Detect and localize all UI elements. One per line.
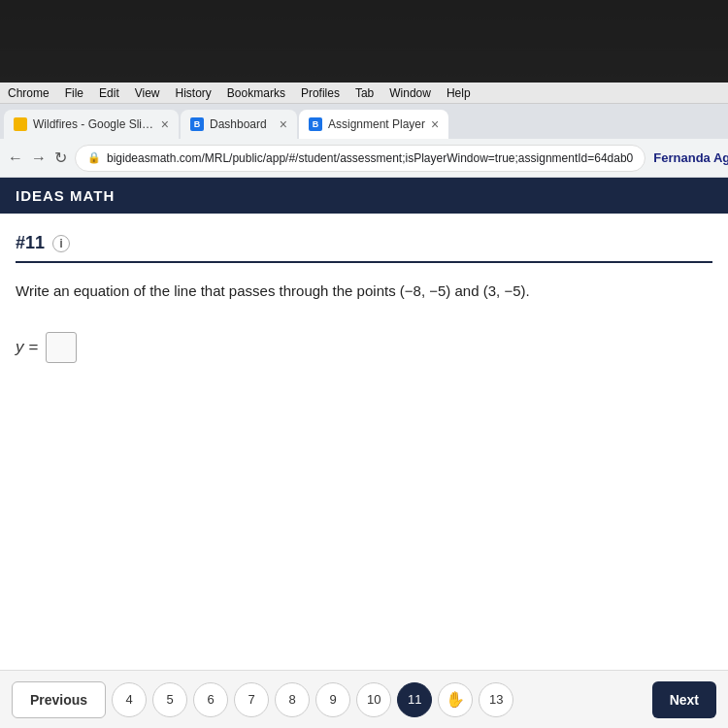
answer-row: y = [16, 332, 712, 363]
reload-button[interactable]: ↻ [54, 145, 67, 172]
page-11-button[interactable]: 11 [397, 682, 432, 717]
page-8-button[interactable]: 8 [275, 682, 310, 717]
tab-slides-close[interactable]: × [161, 116, 169, 132]
menu-edit[interactable]: Edit [99, 86, 119, 100]
browser-content: IDEAS MATH #11 i Write an equation of th… [0, 178, 728, 728]
question-number-label: #11 [16, 233, 45, 253]
ideas-math-title: IDEAS MATH [16, 187, 115, 204]
url-text: bigideasmath.com/MRL/public/app/#/studen… [107, 151, 633, 165]
question-text: Write an equation of the line that passe… [16, 281, 712, 303]
page-9-button[interactable]: 9 [315, 682, 350, 717]
menu-chrome[interactable]: Chrome [8, 86, 50, 100]
menu-bar: Chrome File Edit View History Bookmarks … [0, 83, 728, 104]
menu-profiles[interactable]: Profiles [301, 86, 340, 100]
menu-history[interactable]: History [176, 86, 212, 100]
next-button[interactable]: Next [652, 681, 716, 718]
page-13-button[interactable]: 13 [479, 682, 513, 717]
tab-slides[interactable]: Wildfires - Google Slides × [4, 110, 179, 139]
tab-dashboard[interactable]: B Dashboard × [181, 110, 297, 139]
tab-dashboard-label: Dashboard [210, 117, 274, 131]
address-bar-row: ← → ↻ 🔒 bigideasmath.com/MRL/public/app/… [0, 139, 728, 178]
tab-slides-label: Wildfires - Google Slides [33, 117, 155, 131]
page-6-button[interactable]: 6 [193, 682, 228, 717]
tab-assignment-close[interactable]: × [431, 116, 439, 132]
menu-file[interactable]: File [65, 86, 83, 100]
back-button[interactable]: ← [8, 145, 23, 172]
page-7-button[interactable]: 7 [234, 682, 269, 717]
dashboard-favicon-icon: B [190, 117, 204, 131]
answer-input-box[interactable] [46, 332, 77, 363]
bottom-nav: Previous 4 5 6 7 8 9 10 11 ✋ 13 Next [0, 670, 728, 728]
ideas-math-header: IDEAS MATH [0, 178, 728, 214]
tab-assignment[interactable]: B Assignment Player × [299, 110, 448, 139]
menu-bookmarks[interactable]: Bookmarks [227, 86, 285, 100]
address-bar[interactable]: 🔒 bigideasmath.com/MRL/public/app/#/stud… [75, 145, 645, 172]
y-equals-label: y = [16, 338, 38, 357]
user-name: Fernanda Aguilar-Alonso [653, 150, 728, 165]
lock-icon: 🔒 [87, 151, 101, 164]
forward-button[interactable]: → [31, 145, 47, 172]
question-number-row: #11 i [16, 233, 712, 263]
question-area: #11 i Write an equation of the line that… [0, 214, 728, 670]
tab-assignment-label: Assignment Player [328, 117, 425, 131]
menu-view[interactable]: View [135, 86, 160, 100]
tab-bar: Wildfires - Google Slides × B Dashboard … [0, 104, 728, 139]
menu-window[interactable]: Window [389, 86, 431, 100]
page-10-button[interactable]: 10 [356, 682, 391, 717]
menu-tab[interactable]: Tab [355, 86, 374, 100]
page-4-button[interactable]: 4 [112, 682, 147, 717]
info-icon[interactable]: i [52, 235, 70, 252]
page-5-button[interactable]: 5 [152, 682, 187, 717]
laptop-bezel [0, 0, 728, 83]
page-hand-button[interactable]: ✋ [438, 682, 473, 717]
previous-button[interactable]: Previous [12, 681, 106, 718]
slides-favicon-icon [14, 117, 27, 131]
assignment-favicon-icon: B [309, 117, 322, 131]
menu-help[interactable]: Help [447, 86, 471, 100]
tab-dashboard-close[interactable]: × [280, 116, 287, 132]
